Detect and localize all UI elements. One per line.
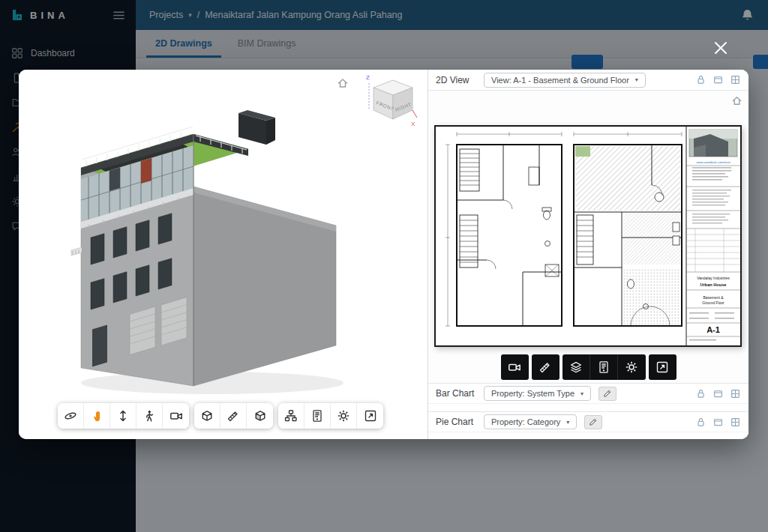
measure-icon xyxy=(538,360,552,374)
pencil-icon xyxy=(603,389,612,398)
sheet-number: A-1 xyxy=(706,325,720,334)
camera-view-button[interactable] xyxy=(163,403,189,429)
section-box-icon xyxy=(200,409,214,423)
camera-icon xyxy=(170,409,183,423)
pie-chart-row: Pie Chart Property: Category ▾ xyxy=(428,411,748,432)
2d-drawing-area[interactable]: www.autodesk.com/revit Vandalay Industri… xyxy=(428,91,748,383)
2d-panel: 2D View View: A-1 - Basement & Ground Fl… xyxy=(428,70,748,439)
chevron-down-icon: ▾ xyxy=(635,76,638,83)
view-2d-row: 2D View View: A-1 - Basement & Ground Fl… xyxy=(428,70,748,91)
pie-chart-label: Pie Chart xyxy=(436,417,476,427)
pie-chart-edit-button[interactable] xyxy=(584,415,602,429)
gear-icon xyxy=(337,409,350,423)
close-icon xyxy=(712,40,729,56)
sheet-title-line2: Ground Floor xyxy=(702,300,724,305)
2d-camera-button[interactable] xyxy=(501,354,529,380)
gear-icon xyxy=(625,360,638,374)
properties-card-icon xyxy=(597,360,610,374)
lock-icon[interactable] xyxy=(695,74,706,85)
section-box-button[interactable] xyxy=(194,403,220,429)
2d-toolbar xyxy=(501,354,676,380)
orbit-icon xyxy=(64,409,77,423)
settings-button[interactable] xyxy=(331,403,357,429)
fullscreen-icon xyxy=(656,360,669,374)
building-3d-model[interactable] xyxy=(70,97,355,396)
properties-card-icon xyxy=(310,409,324,423)
tree-icon xyxy=(284,409,298,423)
2d-measure-button[interactable] xyxy=(532,354,560,380)
2d-properties-button[interactable] xyxy=(590,354,618,380)
navigation-tool-group xyxy=(58,403,189,429)
panel-bottom-filler xyxy=(428,432,748,439)
model-button[interactable] xyxy=(247,403,273,429)
hand-icon xyxy=(90,409,104,423)
layers-icon xyxy=(569,360,583,374)
walk-person-icon xyxy=(142,409,156,423)
axis-z-label: Z xyxy=(366,74,370,81)
sheet-title-line1: Basement & xyxy=(703,295,724,300)
panel-tool-group xyxy=(278,403,383,429)
chevron-down-icon: ▾ xyxy=(580,390,584,397)
pie-chart-property-dropdown[interactable]: Property: Category ▾ xyxy=(484,414,577,429)
window-expand-icon[interactable] xyxy=(730,74,741,85)
bar-chart-row: Bar Chart Property: System Type ▾ xyxy=(428,383,748,404)
pan-button[interactable] xyxy=(84,403,110,429)
2d-layers-button[interactable] xyxy=(562,354,590,380)
lock-icon[interactable] xyxy=(695,417,706,428)
axis-x-label: X xyxy=(411,121,416,127)
view-2d-label: 2D View xyxy=(436,75,476,85)
vertical-arrows-icon xyxy=(116,409,130,423)
3d-viewer[interactable]: Z FRONT RIGHT X xyxy=(19,70,428,439)
2d-settings-button[interactable] xyxy=(618,354,646,380)
bar-chart-edit-button[interactable] xyxy=(598,387,616,401)
measure-button[interactable] xyxy=(220,403,247,429)
sheet-drawing[interactable]: www.autodesk.com/revit Vandalay Industri… xyxy=(434,125,742,347)
fullscreen-button[interactable] xyxy=(357,403,383,429)
window-expand-icon[interactable] xyxy=(730,417,741,428)
bar-chart-property-dropdown[interactable]: Property: System Type ▾ xyxy=(484,386,591,401)
camera-icon xyxy=(508,360,521,374)
fullscreen-icon xyxy=(364,409,377,423)
drawing-viewer-modal: Z FRONT RIGHT X xyxy=(19,70,748,439)
2d-fullscreen-button[interactable] xyxy=(649,354,676,380)
window-minimize-icon[interactable] xyxy=(712,417,724,428)
view-cube[interactable]: Z FRONT RIGHT X xyxy=(363,71,418,130)
lock-icon[interactable] xyxy=(695,388,706,399)
cube-icon xyxy=(254,409,267,423)
zoom-extents-button[interactable] xyxy=(110,403,136,429)
measure-icon xyxy=(226,409,240,423)
home-view-icon[interactable] xyxy=(337,77,349,89)
window-expand-icon[interactable] xyxy=(730,388,741,399)
chevron-down-icon: ▾ xyxy=(566,419,569,426)
orbit-button[interactable] xyxy=(58,403,84,429)
model-tree-button[interactable] xyxy=(278,403,304,429)
window-minimize-icon[interactable] xyxy=(712,388,724,399)
titleblock-website: www.autodesk.com/revit xyxy=(696,160,730,164)
3d-toolbar xyxy=(58,403,383,429)
bar-chart-collapsed-area xyxy=(428,404,748,411)
titleblock-company: Vandalay Industries xyxy=(697,276,730,280)
modal-close-button[interactable] xyxy=(710,37,731,58)
walk-button[interactable] xyxy=(136,403,163,429)
bar-chart-label: Bar Chart xyxy=(436,388,476,399)
home-view-icon[interactable] xyxy=(731,95,742,106)
properties-button[interactable] xyxy=(304,403,331,429)
view-dropdown[interactable]: View: A-1 - Basement & Ground Floor ▾ xyxy=(484,73,646,88)
model-tool-group xyxy=(194,403,273,429)
pencil-icon xyxy=(589,417,598,426)
titleblock-project: Urban House xyxy=(700,282,727,287)
window-minimize-icon[interactable] xyxy=(712,74,724,85)
